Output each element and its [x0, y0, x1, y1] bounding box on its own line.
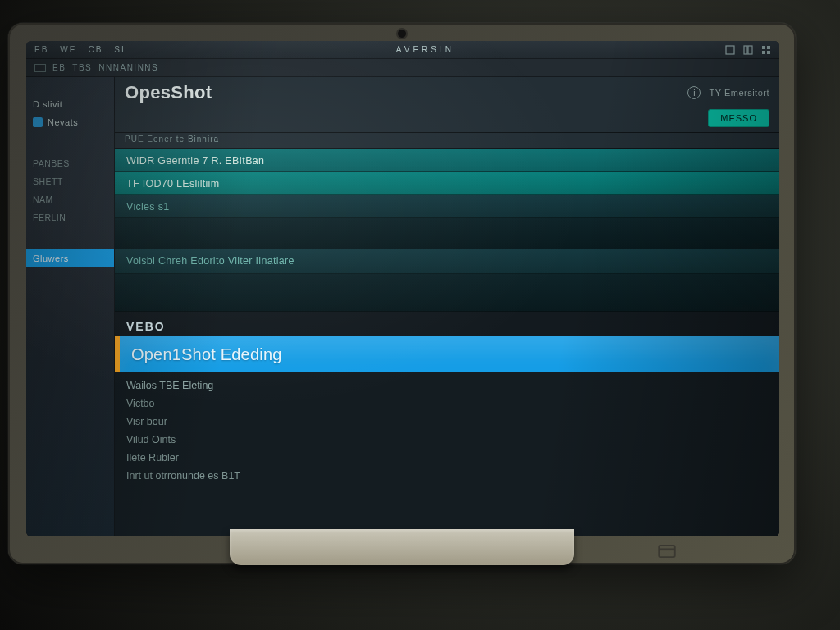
- sub-chip-icon[interactable]: [34, 64, 46, 72]
- list-item[interactable]: Ilete Rubler: [126, 450, 768, 466]
- svg-rect-0: [726, 46, 734, 54]
- layout-icon[interactable]: [743, 45, 753, 55]
- card-icon: [658, 545, 676, 558]
- track-row[interactable]: TF IOD70 LEsliltiim: [115, 172, 779, 195]
- sidebar-item-label: FERLIN: [33, 212, 66, 222]
- osbar-item[interactable]: CB: [88, 45, 103, 54]
- sidebar-item-shett[interactable]: SHETT: [26, 172, 114, 190]
- osbar-title: AVERSIN: [396, 45, 454, 54]
- app-header: OpesShot i TY Emersitort: [115, 77, 779, 107]
- sub-toolbar: EB TBS NNNANINNS: [26, 59, 779, 77]
- track-row[interactable]: Vicles s1: [115, 195, 779, 218]
- track-row[interactable]: WIDR Geerntie 7 R. EBItBan: [115, 149, 779, 172]
- square-icon: [33, 117, 43, 127]
- svg-rect-7: [659, 546, 675, 557]
- workspace: D slivit Nevats PANBES SHETT NAM FERLIN …: [26, 77, 779, 536]
- sidebar-item-label: NAM: [33, 194, 53, 204]
- messo-button[interactable]: MESSO: [708, 109, 769, 127]
- track-row[interactable]: [115, 274, 779, 312]
- list-item[interactable]: Wailos TBE Eleting: [126, 377, 768, 394]
- track-label: Volsbi Chreh Edorito Viiter Ilnatiare: [126, 255, 294, 267]
- list-item[interactable]: Visr bour: [126, 413, 768, 430]
- svg-rect-1: [744, 46, 747, 54]
- screen: EB WE CB SI AVERSIN EB TBS NNNANINNS: [26, 41, 779, 536]
- svg-rect-4: [767, 46, 770, 49]
- highlight-row[interactable]: Open1Shot Ededing: [115, 336, 779, 372]
- sub-item[interactable]: TBS: [72, 63, 92, 72]
- sidebar-item-label: Gluwers: [33, 253, 69, 263]
- os-menubar: EB WE CB SI AVERSIN: [26, 41, 779, 59]
- list-item[interactable]: Inrt ut otrronunde es B1T: [126, 468, 768, 484]
- window-icon[interactable]: [725, 45, 735, 55]
- track-label: WIDR Geerntie 7 R. EBItBan: [126, 155, 264, 167]
- osbar-item[interactable]: WE: [60, 45, 76, 54]
- svg-rect-3: [762, 46, 765, 49]
- svg-rect-5: [762, 51, 765, 54]
- highlight-title: Open1Shot Ededing: [120, 336, 294, 372]
- svg-rect-8: [659, 548, 675, 550]
- list-item[interactable]: Victbo: [126, 395, 768, 412]
- sidebar-item-label: PANBES: [33, 158, 70, 168]
- track-row[interactable]: [115, 218, 779, 249]
- list-item[interactable]: Vilud Oints: [126, 431, 768, 448]
- sidebar-item-label: D slivit: [33, 99, 62, 109]
- info-icon[interactable]: i: [687, 86, 701, 99]
- sidebar-item-gluwers[interactable]: Gluwers: [26, 249, 114, 267]
- sidebar-item-label: Nevats: [48, 117, 78, 127]
- grid-icon[interactable]: [761, 45, 771, 55]
- timeline-tracks: WIDR Geerntie 7 R. EBItBan TF IOD70 LEsl…: [115, 149, 779, 312]
- sidebar-item-label: SHETT: [33, 176, 63, 186]
- sidebar-item-panbes[interactable]: PANBES: [26, 154, 114, 172]
- lower-list: Wailos TBE Eleting Victbo Visr bour Vilu…: [115, 372, 779, 536]
- main-panel: OpesShot i TY Emersitort MESSO PUE Eener…: [115, 77, 779, 536]
- osbar-right-cluster: [725, 45, 771, 55]
- panel-label: TY Emersitort: [709, 88, 769, 98]
- sidebar-item-slivit[interactable]: D slivit: [26, 95, 114, 113]
- app-subtitle: PUE Eener te Binhira: [115, 133, 779, 149]
- app-header-row2: MESSO: [115, 107, 779, 133]
- track-row[interactable]: Volsbi Chreh Edorito Viiter Ilnatiare: [115, 249, 779, 274]
- webcam-dot: [398, 30, 406, 38]
- sub-item[interactable]: EB: [52, 63, 66, 72]
- osbar-item[interactable]: SI: [114, 45, 125, 54]
- sidebar: D slivit Nevats PANBES SHETT NAM FERLIN …: [26, 77, 115, 536]
- section-label-video: VEBO: [115, 312, 779, 336]
- monitor-frame: EB WE CB SI AVERSIN EB TBS NNNANINNS: [8, 23, 796, 564]
- apple-logo-icon: [390, 535, 413, 558]
- sidebar-item-nevats[interactable]: Nevats: [26, 113, 114, 131]
- osbar-item[interactable]: EB: [34, 45, 48, 54]
- svg-rect-2: [748, 46, 752, 54]
- track-label: TF IOD70 LEsliltiim: [126, 178, 219, 189]
- app-title: OpesShot: [125, 82, 212, 103]
- sidebar-item-nam[interactable]: NAM: [26, 190, 114, 208]
- track-label: Vicles s1: [126, 201, 170, 212]
- svg-rect-6: [767, 51, 770, 54]
- sub-item[interactable]: NNNANINNS: [98, 63, 158, 72]
- sidebar-item-ferlin[interactable]: FERLIN: [26, 208, 114, 226]
